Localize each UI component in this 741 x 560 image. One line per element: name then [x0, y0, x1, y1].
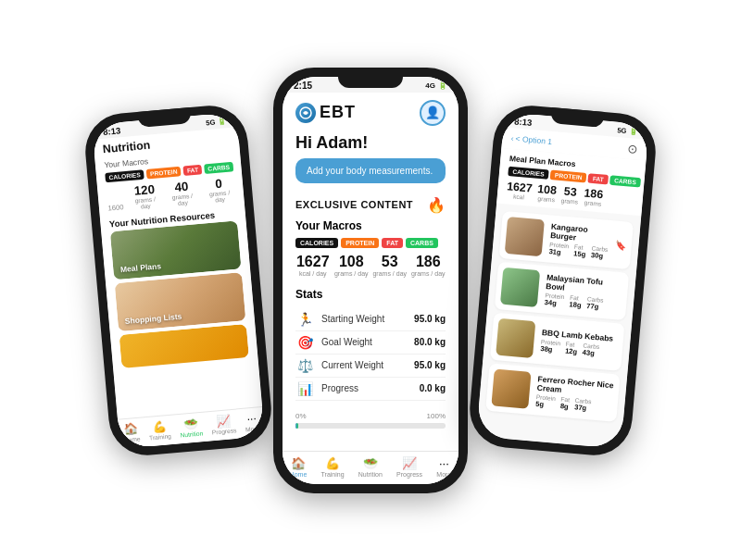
goal-weight-label: Goal Weight	[321, 337, 407, 347]
ebt-logo: EBT	[295, 103, 356, 123]
center-signal: 4G	[425, 81, 435, 90]
center-training-icon: 💪	[325, 456, 340, 470]
lamb-carbs: Carbs 43g	[582, 342, 599, 357]
center-more-icon: ···	[439, 456, 449, 470]
center-nav-training[interactable]: 💪 Training	[321, 456, 345, 478]
goal-weight-value: 80.0 kg	[414, 337, 446, 347]
fat-tag: FAT	[183, 164, 203, 175]
meal-carbs-pill: CARBS	[609, 175, 641, 187]
center-battery: 🔋	[438, 81, 447, 90]
more-label: More	[245, 425, 260, 432]
stats-title: Stats	[295, 288, 446, 301]
progress-end-label: 100%	[427, 412, 446, 420]
center-phone: 2:15 4G 🔋 EBT 👤 H	[273, 68, 468, 493]
lamb-protein: Protein 38g	[540, 338, 560, 354]
greeting: Hi Adam!	[283, 131, 458, 158]
center-fat-pill: FAT	[382, 238, 403, 248]
stat-starting-weight: 🏃 Starting Weight 95.0 kg	[295, 308, 446, 331]
back-button[interactable]: ‹ < Option 1	[510, 133, 552, 145]
center-nav-progress[interactable]: 📈 Progress	[396, 456, 422, 478]
nav-home[interactable]: 🏠 Home	[122, 421, 141, 442]
center-nutrition-label: Nutrition	[358, 471, 383, 478]
center-status-icons: 4G 🔋	[425, 81, 447, 90]
more-icon: ···	[246, 411, 257, 425]
tofu-protein: Protein 34g	[544, 292, 564, 307]
meal-tofu[interactable]: Malaysian Tofu Bowl Protein 34g Fat 18g	[495, 261, 629, 319]
progress-start-label: 0%	[295, 412, 307, 420]
tofu-carbs: Carbs 77g	[586, 295, 604, 311]
center-home-label: Home	[290, 471, 308, 478]
chevron-left-icon: ‹	[510, 133, 514, 143]
right-time: 8:13	[514, 116, 533, 127]
left-battery: 🔋	[218, 117, 227, 125]
center-nav-nutrition[interactable]: 🥗 Nutrition	[358, 456, 383, 478]
meal-lamb[interactable]: BBQ Lamb Kebabs Protein 38g Fat 12g	[490, 312, 624, 370]
center-nutrition-icon: 🥗	[363, 456, 378, 470]
ferrero-image	[491, 368, 531, 408]
kangaroo-protein: Protein 31g	[548, 241, 569, 256]
center-macro-grid: 1627 kcal / day 108 grams / day 53 grams…	[295, 254, 446, 277]
books-image	[119, 323, 249, 367]
fat-value: 40 grams / day	[166, 178, 198, 206]
kangaroo-image	[505, 216, 545, 255]
avatar-button[interactable]: 👤	[420, 100, 446, 126]
kangaroo-info: Kangaroo Burger Protein 31g Fat 15g	[548, 221, 610, 260]
progress-label: Progress	[212, 427, 237, 435]
center-time: 2:15	[294, 81, 312, 91]
left-phone-inner: 8:13 5G 🔋 Nutrition Your Macros CALORIES…	[92, 112, 265, 449]
right-screen: 8:13 5G 🔋 ‹ < Option 1 ⊙ Meal Plan Macro…	[476, 112, 649, 449]
starting-weight-label: Starting Weight	[321, 314, 407, 324]
shopping-lists-card[interactable]: Shopping Lists	[115, 272, 246, 331]
macros-center-title: Your Macros	[295, 219, 446, 232]
meal-kangaroo[interactable]: Kangaroo Burger Protein 31g Fat 15g	[499, 210, 634, 268]
lamb-image	[496, 317, 535, 357]
fire-icon: 🔥	[427, 196, 446, 214]
ferrero-fat: Fat 8g	[559, 395, 570, 410]
protein-tag: PROTEIN	[146, 166, 182, 179]
home-label: Home	[123, 435, 140, 442]
nav-training[interactable]: 💪 Training	[148, 418, 172, 441]
carbs-value: 0 grams / day	[203, 175, 235, 204]
current-weight-label: Current Weight	[321, 360, 407, 370]
stats-section: Stats 🏃 Starting Weight 95.0 kg 🎯 Goal W…	[283, 282, 458, 406]
tofu-fat: Fat 18g	[569, 293, 582, 308]
lamb-info: BBQ Lamb Kebabs Protein 38g Fat 12g	[540, 328, 619, 359]
kangaroo-name: Kangaroo Burger	[550, 221, 610, 243]
bar-chart-icon: 📊	[295, 381, 314, 396]
ebt-header: EBT 👤	[283, 93, 458, 131]
nav-nutrition[interactable]: 🥗 Nutrition	[179, 416, 204, 438]
measurement-banner[interactable]: Add your body measurements.	[295, 158, 446, 183]
center-screen: 2:15 4G 🔋 EBT 👤 H	[283, 77, 458, 484]
stat-goal-weight: 🎯 Goal Weight 80.0 kg	[295, 331, 446, 355]
meal-plans-card[interactable]: Meal Plans	[110, 220, 242, 280]
meal-ferrero[interactable]: Ferrero Rocher Nice Cream Protein 5g Fat…	[485, 363, 620, 421]
center-nav-more[interactable]: ··· More	[436, 456, 451, 478]
meal-fat-pill: FAT	[588, 173, 609, 184]
center-nav-home[interactable]: 🏠 Home	[290, 456, 308, 478]
progress-label-stat: Progress	[321, 383, 412, 393]
banner-text: Add your body measurements.	[307, 166, 433, 176]
ferrero-carbs: Carbs 37g	[574, 397, 592, 413]
books-card[interactable]	[119, 323, 249, 367]
left-phone: 8:13 5G 🔋 Nutrition Your Macros CALORIES…	[82, 102, 274, 457]
center-protein-cell: 108 grams / day	[334, 254, 370, 277]
meal-cal-cell: 1627 kcal	[506, 179, 533, 200]
exclusive-label: EXCLUSIVE CONTENT	[295, 199, 413, 210]
center-progress-label: Progress	[396, 471, 422, 478]
center-progress-icon: 📈	[402, 456, 417, 470]
progress-labels: 0% 100%	[295, 412, 446, 420]
right-phone-inner: 8:13 5G 🔋 ‹ < Option 1 ⊙ Meal Plan Macro…	[476, 112, 649, 449]
ebt-logo-text: EBT	[320, 103, 356, 122]
scale-icon: ⚖️	[295, 358, 314, 373]
nav-progress[interactable]: 📈 Progress	[210, 413, 236, 435]
nav-more[interactable]: ··· More	[244, 411, 259, 432]
nutrition-label: Nutrition	[180, 429, 203, 438]
tofu-info: Malaysian Tofu Bowl Protein 34g Fat 18g	[544, 272, 622, 312]
center-bottom-nav: 🏠 Home 💪 Training 🥗 Nutrition 📈 Progress…	[283, 451, 458, 484]
training-label: Training	[149, 432, 171, 441]
center-macros: Your Macros CALORIES PROTEIN FAT CARBS 1…	[283, 218, 458, 282]
options-button[interactable]: ⊙	[627, 141, 639, 156]
kangaroo-carbs: Carbs 30g	[591, 244, 609, 260]
exclusive-section: EXCLUSIVE CONTENT 🔥	[283, 191, 458, 218]
left-time: 8:13	[103, 125, 121, 136]
